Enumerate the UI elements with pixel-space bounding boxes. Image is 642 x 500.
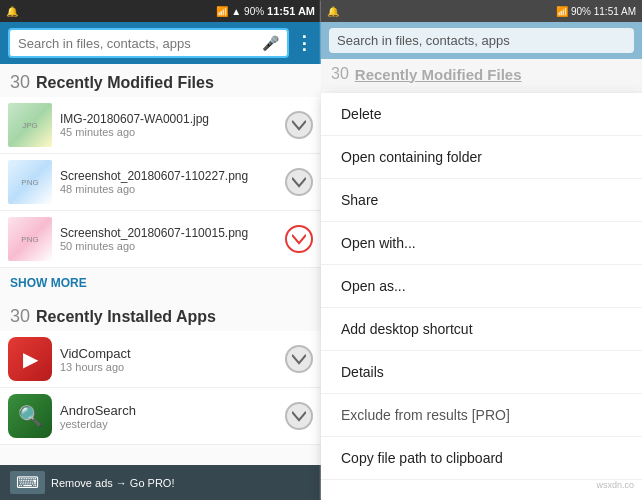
chevron-down-icon xyxy=(292,409,306,423)
recent-apps-header: 30 Recently Installed Apps xyxy=(0,298,321,331)
context-menu-item-delete[interactable]: Delete xyxy=(321,93,642,136)
search-input-container[interactable]: 🎤 xyxy=(8,28,289,58)
chevron-down-icon xyxy=(292,232,306,246)
context-menu-overlay: 🔔 📶 90% 11:51 AM Search in files, contac… xyxy=(321,0,642,500)
file-item[interactable]: JPG IMG-20180607-WA0001.jpg 45 minutes a… xyxy=(0,97,321,154)
right-search-display: Search in files, contacts, apps xyxy=(329,28,634,53)
file-thumbnail: JPG xyxy=(8,103,52,147)
ad-banner[interactable]: ⌨ Remove ads → Go PRO! xyxy=(0,465,321,500)
chevron-down-icon xyxy=(292,175,306,189)
file-dropdown-button-active[interactable] xyxy=(285,225,313,253)
app-info: VidCompact 13 hours ago xyxy=(60,346,277,373)
file-name: IMG-20180607-WA0001.jpg xyxy=(60,112,277,126)
file-dropdown-button[interactable] xyxy=(285,168,313,196)
keyboard-icon: ⌨ xyxy=(10,471,45,494)
search-bar: 🎤 ⋮ xyxy=(0,22,321,64)
file-time: 50 minutes ago xyxy=(60,240,277,252)
status-bar: 🔔 📶 ▲ 90% 11:51 AM xyxy=(0,0,321,22)
recent-files-count: 30 xyxy=(10,72,30,93)
chevron-down-icon xyxy=(292,118,306,132)
signal-icon: 📶 xyxy=(216,6,228,17)
notification-icon: 🔔 xyxy=(6,6,18,17)
context-menu-item-copy-path[interactable]: Copy file path to clipboard xyxy=(321,437,642,480)
wifi-icon: ▲ xyxy=(231,6,241,17)
right-section-count: 30 xyxy=(331,65,349,83)
app-time: 13 hours ago xyxy=(60,361,277,373)
context-menu-item-share[interactable]: Share xyxy=(321,179,642,222)
status-bar-left: 🔔 xyxy=(6,6,18,17)
right-section-title: Recently Modified Files xyxy=(355,66,522,83)
status-time: 11:51 AM xyxy=(267,5,315,17)
recent-apps-count: 30 xyxy=(10,306,30,327)
file-time: 45 minutes ago xyxy=(60,126,277,138)
file-name: Screenshot_20180607-110227.png xyxy=(60,169,277,183)
right-search-bg: Search in files, contacts, apps xyxy=(321,22,642,59)
context-menu-item-desktop-shortcut[interactable]: Add desktop shortcut xyxy=(321,308,642,351)
app-name: VidCompact xyxy=(60,346,277,361)
context-menu-item-exclude-pro[interactable]: Exclude from results [PRO] xyxy=(321,394,642,437)
thumbnail-image: PNG xyxy=(8,160,52,204)
app-item[interactable]: 🔍 AndroSearch yesterday xyxy=(0,388,321,445)
right-section-header: 30 Recently Modified Files xyxy=(321,59,642,89)
app-time: yesterday xyxy=(60,418,277,430)
right-status-left: 🔔 xyxy=(327,6,339,17)
file-name: Screenshot_20180607-110015.png xyxy=(60,226,277,240)
chevron-down-icon xyxy=(292,352,306,366)
file-info: Screenshot_20180607-110227.png 48 minute… xyxy=(60,169,277,195)
ad-text: Remove ads → Go PRO! xyxy=(51,477,175,489)
more-menu-icon[interactable]: ⋮ xyxy=(295,32,313,54)
file-info: IMG-20180607-WA0001.jpg 45 minutes ago xyxy=(60,112,277,138)
app-info: AndroSearch yesterday xyxy=(60,403,277,430)
recent-apps-title: Recently Installed Apps xyxy=(36,308,216,326)
file-item[interactable]: PNG Screenshot_20180607-110227.png 48 mi… xyxy=(0,154,321,211)
right-time: 11:51 AM xyxy=(594,6,636,17)
right-status-bar: 🔔 📶 90% 11:51 AM xyxy=(321,0,642,22)
context-menu-item-open-with[interactable]: Open with... xyxy=(321,222,642,265)
recent-files-title: Recently Modified Files xyxy=(36,74,214,92)
watermark: wsxdn.co xyxy=(596,480,634,490)
file-time: 48 minutes ago xyxy=(60,183,277,195)
app-icon: 🔍 xyxy=(8,394,52,438)
recent-files-header: 30 Recently Modified Files xyxy=(0,64,321,97)
status-bar-right: 📶 ▲ 90% 11:51 AM xyxy=(216,5,315,17)
app-icon: ▶ xyxy=(8,337,52,381)
context-menu: Delete Open containing folder Share Open… xyxy=(321,93,642,500)
context-menu-item-open-as[interactable]: Open as... xyxy=(321,265,642,308)
search-input[interactable] xyxy=(18,36,256,51)
content-area: 30 Recently Modified Files JPG IMG-20180… xyxy=(0,64,321,500)
app-dropdown-button[interactable] xyxy=(285,402,313,430)
right-battery: 📶 90% xyxy=(556,6,591,17)
file-info: Screenshot_20180607-110015.png 50 minute… xyxy=(60,226,277,252)
context-menu-item-open-folder[interactable]: Open containing folder xyxy=(321,136,642,179)
app-item[interactable]: ▶ VidCompact 13 hours ago xyxy=(0,331,321,388)
file-thumbnail: PNG xyxy=(8,160,52,204)
app-dropdown-button[interactable] xyxy=(285,345,313,373)
file-dropdown-button[interactable] xyxy=(285,111,313,139)
file-item[interactable]: PNG Screenshot_20180607-110015.png 50 mi… xyxy=(0,211,321,268)
context-menu-item-details[interactable]: Details xyxy=(321,351,642,394)
show-more-button[interactable]: SHOW MORE xyxy=(0,268,321,298)
right-panel: 🔔 📶 90% 11:51 AM Search in files, contac… xyxy=(321,0,642,500)
left-panel: 🔔 📶 ▲ 90% 11:51 AM 🎤 ⋮ 30 Recently Modif… xyxy=(0,0,321,500)
battery-level: 90% xyxy=(244,6,264,17)
right-status-right: 📶 90% 11:51 AM xyxy=(556,6,636,17)
thumbnail-image: JPG xyxy=(8,103,52,147)
app-name: AndroSearch xyxy=(60,403,277,418)
thumbnail-image: PNG xyxy=(8,217,52,261)
file-thumbnail: PNG xyxy=(8,217,52,261)
mic-icon[interactable]: 🎤 xyxy=(262,35,279,51)
